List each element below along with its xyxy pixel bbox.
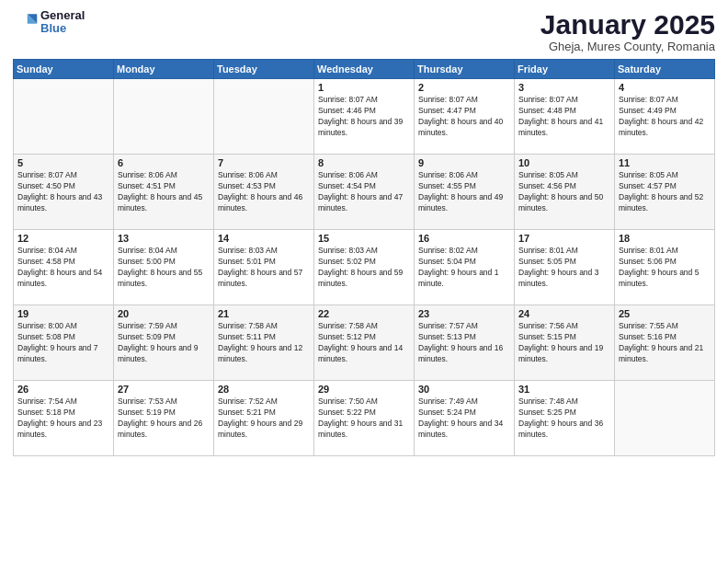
page: General Blue January 2025 Gheja, Mures C… <box>0 0 728 563</box>
day-number: 1 <box>318 82 410 93</box>
day-number: 27 <box>118 384 210 395</box>
day-info: Sunrise: 8:03 AM Sunset: 5:02 PM Dayligh… <box>318 246 410 290</box>
day-cell <box>14 79 114 155</box>
day-cell: 30Sunrise: 7:49 AM Sunset: 5:24 PM Dayli… <box>415 381 515 456</box>
day-number: 24 <box>518 308 610 319</box>
day-info: Sunrise: 8:06 AM Sunset: 4:55 PM Dayligh… <box>418 170 510 214</box>
day-cell: 26Sunrise: 7:54 AM Sunset: 5:18 PM Dayli… <box>14 381 114 456</box>
day-info: Sunrise: 8:07 AM Sunset: 4:49 PM Dayligh… <box>619 95 711 139</box>
day-info: Sunrise: 7:49 AM Sunset: 5:24 PM Dayligh… <box>418 396 510 441</box>
week-row-3: 12Sunrise: 8:04 AM Sunset: 4:58 PM Dayli… <box>14 230 715 305</box>
day-cell: 7Sunrise: 8:06 AM Sunset: 4:53 PM Daylig… <box>214 155 314 230</box>
day-cell: 23Sunrise: 7:57 AM Sunset: 5:13 PM Dayli… <box>415 305 515 381</box>
day-number: 15 <box>318 233 410 244</box>
day-number: 26 <box>17 384 109 395</box>
day-number: 17 <box>518 233 610 244</box>
day-info: Sunrise: 8:06 AM Sunset: 4:53 PM Dayligh… <box>218 170 310 214</box>
day-number: 2 <box>418 82 510 93</box>
day-number: 12 <box>17 233 109 244</box>
day-cell: 15Sunrise: 8:03 AM Sunset: 5:02 PM Dayli… <box>314 230 415 305</box>
day-number: 19 <box>17 308 109 319</box>
day-number: 18 <box>619 233 711 244</box>
day-info: Sunrise: 7:52 AM Sunset: 5:21 PM Dayligh… <box>218 396 310 441</box>
week-row-1: 1Sunrise: 8:07 AM Sunset: 4:46 PM Daylig… <box>14 79 715 155</box>
day-number: 23 <box>418 308 510 319</box>
day-number: 3 <box>518 82 610 93</box>
day-info: Sunrise: 8:07 AM Sunset: 4:50 PM Dayligh… <box>17 170 109 214</box>
day-cell: 2Sunrise: 8:07 AM Sunset: 4:47 PM Daylig… <box>415 79 515 155</box>
day-number: 4 <box>619 82 711 93</box>
day-number: 22 <box>318 308 410 319</box>
day-cell: 31Sunrise: 7:48 AM Sunset: 5:25 PM Dayli… <box>515 381 615 456</box>
day-info: Sunrise: 7:57 AM Sunset: 5:13 PM Dayligh… <box>418 321 510 365</box>
logo-general-text: General <box>40 9 85 22</box>
day-number: 7 <box>218 157 310 168</box>
day-info: Sunrise: 8:07 AM Sunset: 4:47 PM Dayligh… <box>418 95 510 139</box>
logo-text: General Blue <box>40 9 85 36</box>
weekday-header-row: SundayMondayTuesdayWednesdayThursdayFrid… <box>14 60 715 79</box>
day-number: 11 <box>619 157 711 168</box>
day-cell: 21Sunrise: 7:58 AM Sunset: 5:11 PM Dayli… <box>214 305 314 381</box>
weekday-header-monday: Monday <box>114 60 214 79</box>
weekday-header-saturday: Saturday <box>615 60 715 79</box>
day-cell: 4Sunrise: 8:07 AM Sunset: 4:49 PM Daylig… <box>615 79 715 155</box>
header: General Blue January 2025 Gheja, Mures C… <box>13 9 715 53</box>
weekday-header-sunday: Sunday <box>14 60 114 79</box>
day-info: Sunrise: 8:00 AM Sunset: 5:08 PM Dayligh… <box>17 321 109 365</box>
day-cell: 13Sunrise: 8:04 AM Sunset: 5:00 PM Dayli… <box>114 230 214 305</box>
day-cell: 1Sunrise: 8:07 AM Sunset: 4:46 PM Daylig… <box>314 79 415 155</box>
day-cell: 25Sunrise: 7:55 AM Sunset: 5:16 PM Dayli… <box>615 305 715 381</box>
day-number: 28 <box>218 384 310 395</box>
day-cell: 27Sunrise: 7:53 AM Sunset: 5:19 PM Dayli… <box>114 381 214 456</box>
day-info: Sunrise: 8:04 AM Sunset: 5:00 PM Dayligh… <box>118 246 210 290</box>
day-info: Sunrise: 8:06 AM Sunset: 4:54 PM Dayligh… <box>318 170 410 214</box>
day-number: 8 <box>318 157 410 168</box>
day-number: 20 <box>118 308 210 319</box>
day-cell: 6Sunrise: 8:06 AM Sunset: 4:51 PM Daylig… <box>114 155 214 230</box>
day-info: Sunrise: 8:01 AM Sunset: 5:06 PM Dayligh… <box>619 246 711 290</box>
day-number: 13 <box>118 233 210 244</box>
day-info: Sunrise: 7:58 AM Sunset: 5:12 PM Dayligh… <box>318 321 410 365</box>
day-info: Sunrise: 7:59 AM Sunset: 5:09 PM Dayligh… <box>118 321 210 365</box>
day-number: 9 <box>418 157 510 168</box>
day-info: Sunrise: 8:02 AM Sunset: 5:04 PM Dayligh… <box>418 246 510 290</box>
day-info: Sunrise: 8:03 AM Sunset: 5:01 PM Dayligh… <box>218 246 310 290</box>
day-number: 10 <box>518 157 610 168</box>
day-info: Sunrise: 8:05 AM Sunset: 4:57 PM Dayligh… <box>619 170 711 214</box>
day-number: 29 <box>318 384 410 395</box>
day-cell: 3Sunrise: 8:07 AM Sunset: 4:48 PM Daylig… <box>515 79 615 155</box>
day-cell: 19Sunrise: 8:00 AM Sunset: 5:08 PM Dayli… <box>14 305 114 381</box>
week-row-5: 26Sunrise: 7:54 AM Sunset: 5:18 PM Dayli… <box>14 381 715 456</box>
title-month: January 2025 <box>540 9 715 40</box>
day-number: 5 <box>17 157 109 168</box>
day-cell: 18Sunrise: 8:01 AM Sunset: 5:06 PM Dayli… <box>615 230 715 305</box>
logo-blue-text: Blue <box>40 22 85 35</box>
day-info: Sunrise: 7:58 AM Sunset: 5:11 PM Dayligh… <box>218 321 310 365</box>
day-cell: 24Sunrise: 7:56 AM Sunset: 5:15 PM Dayli… <box>515 305 615 381</box>
day-info: Sunrise: 7:53 AM Sunset: 5:19 PM Dayligh… <box>118 396 210 441</box>
day-number: 14 <box>218 233 310 244</box>
calendar-table: SundayMondayTuesdayWednesdayThursdayFrid… <box>13 59 715 456</box>
day-cell <box>214 79 314 155</box>
day-info: Sunrise: 7:48 AM Sunset: 5:25 PM Dayligh… <box>518 396 610 441</box>
day-number: 30 <box>418 384 510 395</box>
day-cell: 17Sunrise: 8:01 AM Sunset: 5:05 PM Dayli… <box>515 230 615 305</box>
day-number: 6 <box>118 157 210 168</box>
day-cell: 28Sunrise: 7:52 AM Sunset: 5:21 PM Dayli… <box>214 381 314 456</box>
week-row-4: 19Sunrise: 8:00 AM Sunset: 5:08 PM Dayli… <box>14 305 715 381</box>
day-cell: 11Sunrise: 8:05 AM Sunset: 4:57 PM Dayli… <box>615 155 715 230</box>
title-block: January 2025 Gheja, Mures County, Romani… <box>540 9 715 53</box>
day-cell: 12Sunrise: 8:04 AM Sunset: 4:58 PM Dayli… <box>14 230 114 305</box>
day-cell: 22Sunrise: 7:58 AM Sunset: 5:12 PM Dayli… <box>314 305 415 381</box>
day-info: Sunrise: 8:06 AM Sunset: 4:51 PM Dayligh… <box>118 170 210 214</box>
day-cell <box>615 381 715 456</box>
day-info: Sunrise: 8:01 AM Sunset: 5:05 PM Dayligh… <box>518 246 610 290</box>
weekday-header-tuesday: Tuesday <box>214 60 314 79</box>
day-info: Sunrise: 8:07 AM Sunset: 4:46 PM Dayligh… <box>318 95 410 139</box>
week-row-2: 5Sunrise: 8:07 AM Sunset: 4:50 PM Daylig… <box>14 155 715 230</box>
day-number: 25 <box>619 308 711 319</box>
day-cell: 20Sunrise: 7:59 AM Sunset: 5:09 PM Dayli… <box>114 305 214 381</box>
day-cell: 16Sunrise: 8:02 AM Sunset: 5:04 PM Dayli… <box>415 230 515 305</box>
day-info: Sunrise: 8:04 AM Sunset: 4:58 PM Dayligh… <box>17 246 109 290</box>
day-info: Sunrise: 7:55 AM Sunset: 5:16 PM Dayligh… <box>619 321 711 365</box>
